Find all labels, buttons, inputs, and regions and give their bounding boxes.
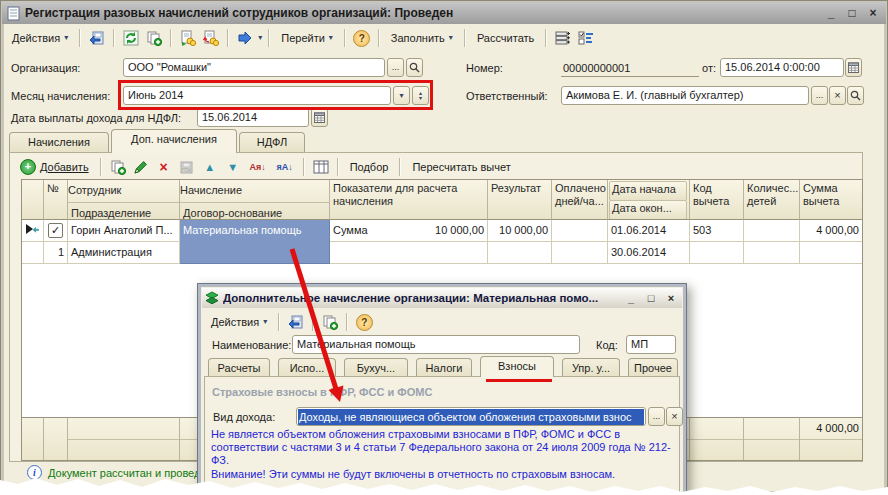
cell-children-count-sub[interactable] [744,242,800,264]
tab-additional-accruals[interactable]: Доп. начисления [111,129,237,153]
cell-department[interactable]: Администрация [68,242,180,264]
header-deduction-code[interactable]: Код вычета [690,180,744,220]
ndfl-date-field[interactable]: 15.06.2014 [197,108,309,127]
dialog-save-icon[interactable] [286,313,306,332]
register-records-icon[interactable] [235,29,255,48]
save-icon[interactable] [87,29,107,48]
cell-accrual-selected[interactable]: Материальная помощь [180,220,330,264]
header-paid-days[interactable]: Оплачено дней/ча... [552,180,608,220]
from-date-field[interactable]: 15.06.2014 0:00:00 [720,58,844,77]
dialog-tab-management[interactable]: Упр. у... [562,358,620,377]
header-dates[interactable]: Дата начала Дата окон... [608,180,690,220]
dialog-minimize-icon[interactable]: _ [623,292,639,304]
dialog-tab-taxes[interactable]: Налоги [416,358,472,377]
cell-result[interactable]: 10 000,00 [488,220,552,242]
maximize-icon[interactable]: □ [844,6,860,20]
sort-descending-icon[interactable]: яА↓ [273,158,297,177]
cell-result-sub[interactable] [488,242,552,264]
dialog-tab-accounting[interactable]: Бухуч... [344,358,408,377]
header-accrual-contract[interactable]: Начисление Договор-основание [180,180,330,220]
chevron-down-icon[interactable]: ▾ [258,34,262,42]
cell-date-end[interactable]: 30.06.2014 [608,242,690,264]
accrual-month-spinner[interactable]: ▴ ▾ [412,86,429,105]
header-result[interactable]: Результат [488,180,552,220]
header-deduction-sum[interactable]: Сумма вычета [800,180,862,220]
header-num[interactable]: № [44,180,68,220]
minimize-icon[interactable]: _ [823,6,839,20]
header-children-count[interactable]: Количес... детей [744,180,800,220]
dialog-tab-contributions[interactable]: Взносы [480,356,554,377]
organization-field[interactable]: ООО "Ромашки" [123,58,385,77]
recalculate-deduction-button[interactable]: Пересчитать вычет [407,159,515,175]
cell-children-count[interactable] [744,220,800,242]
income-type-ellipsis-button[interactable]: ... [648,407,665,426]
actions-menu[interactable]: Действия ▾ [7,30,73,46]
row-marker-cell[interactable] [22,220,44,242]
accrual-month-dropdown-icon[interactable]: ▾ [393,86,410,105]
income-type-clear-icon[interactable]: × [666,407,683,426]
post-document-icon[interactable] [121,29,141,48]
copy-row-icon[interactable] [108,158,128,177]
recalculate-document-coins-icon[interactable] [201,29,221,48]
header-date-end[interactable]: Дата окон... [609,200,687,220]
cell-employee[interactable]: Горин Анатолий П... [68,220,180,242]
checkbox-list-settings-icon[interactable] [576,29,596,48]
code-field[interactable]: МП [626,335,676,354]
help-icon[interactable]: ? [352,29,372,48]
edit-pencil-icon[interactable] [131,158,151,177]
responsible-clear-icon[interactable]: × [829,86,846,105]
cell-paid-days-sub[interactable] [552,242,608,264]
dialog-maximize-icon[interactable]: □ [643,292,659,304]
copy-add-icon[interactable] [144,29,164,48]
organization-ellipsis-button[interactable]: ... [387,58,404,77]
cell-indicator-sub[interactable] [330,242,488,264]
move-up-icon[interactable]: ▲ [200,158,220,177]
cell-num[interactable]: 1 [44,242,68,264]
header-employee[interactable]: Сотрудник [68,180,180,203]
cell-deduction-sum[interactable]: 4 000,00 [800,220,862,242]
row-marker-cell[interactable] [22,242,44,264]
accrual-month-field[interactable]: Июнь 2014 [123,86,391,105]
sort-ascending-icon[interactable]: Ая↓ [246,158,270,177]
end-edit-icon[interactable]: ГОК [177,158,197,177]
list-settings-icon[interactable] [553,29,573,48]
cell-date-start[interactable]: 01.06.2014 [608,220,690,242]
cell-paid-days[interactable] [552,220,608,242]
cell-deduction-code[interactable]: 503 [690,220,744,242]
header-contract[interactable]: Договор-основание [180,203,329,220]
calculate-button[interactable]: Рассчитать [472,30,539,46]
name-field[interactable]: Материальная помощь [292,335,580,354]
pick-button[interactable]: Подбор [345,159,394,175]
cell-deduction-code-sub[interactable] [690,242,744,264]
fill-menu[interactable]: Заполнить ▾ [386,30,458,46]
responsible-field[interactable]: Акимова Е. И. (главный бухгалтер) [561,86,809,105]
add-row-button[interactable]: + Добавить [15,157,94,177]
responsible-search-icon[interactable] [847,86,864,105]
dialog-actions-menu[interactable]: Действия ▾ [206,314,272,330]
tab-ndfl[interactable]: НДФЛ [239,132,305,153]
header-accrual[interactable]: Начисление [180,180,330,203]
move-down-icon[interactable]: ▼ [223,158,243,177]
tab-accruals[interactable]: Начисления [9,132,109,153]
header-indicators[interactable]: Показатели для расчета начисления [330,180,488,220]
number-value[interactable]: 00000000001 [561,60,699,77]
dialog-help-icon[interactable]: ? [354,313,374,332]
income-type-field[interactable]: Доходы, не являющиеся объектом обложения… [296,407,646,426]
header-employee-department[interactable]: Сотрудник Подразделение [68,180,180,220]
cell-deduction-sum-sub[interactable] [800,242,862,264]
close-icon[interactable]: × [865,6,881,20]
row-checkbox[interactable]: ✓ [48,223,63,238]
responsible-ellipsis-button[interactable]: ... [811,86,828,105]
columns-settings-icon[interactable] [311,158,331,177]
header-marker-column[interactable] [22,180,44,220]
dialog-tab-calculations[interactable]: Расчеты [208,358,270,377]
dialog-close-icon[interactable]: × [663,292,679,304]
dialog-copy-icon[interactable] [320,313,340,332]
header-date-start[interactable]: Дата начала [609,181,687,201]
row-checkbox-cell[interactable]: ✓ [44,220,68,242]
dialog-tab-other[interactable]: Прочее [628,358,678,377]
header-department[interactable]: Подразделение [68,203,179,220]
ndfl-date-calendar-icon[interactable] [311,108,328,127]
goto-menu[interactable]: Перейти ▾ [276,30,338,46]
fill-document-coins-icon[interactable] [178,29,198,48]
